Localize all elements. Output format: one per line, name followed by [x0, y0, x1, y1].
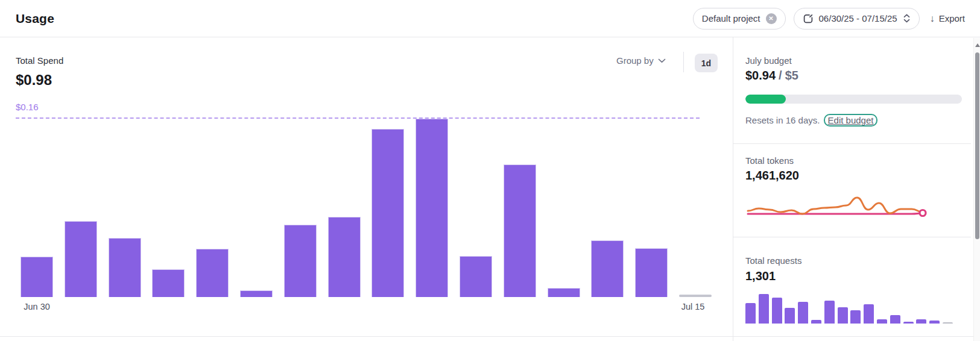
spend-bar-jul-2[interactable] [109, 238, 141, 297]
spend-bar-jul-12[interactable] [548, 288, 580, 297]
vertical-scrollbar[interactable] [973, 38, 980, 341]
spend-bar-jul-10[interactable] [460, 256, 492, 297]
budget-progress-fill [745, 95, 786, 104]
project-filter-label: Default project [702, 13, 760, 23]
requests-bar-jul-8 [850, 310, 861, 324]
total-spend-value: $0.98 [16, 72, 52, 89]
x-axis-label-end: Jul 15 [676, 302, 710, 311]
total-requests-title: Total requests [745, 255, 801, 266]
project-filter-pill[interactable]: Default project ✕ [693, 8, 786, 30]
up-down-chevron-icon [903, 13, 911, 23]
threshold-label: $0.16 [16, 102, 39, 112]
group-by-dropdown[interactable]: Group by [616, 55, 666, 66]
page-title: Usage [16, 11, 54, 26]
tokens-sparkline-chart [747, 195, 929, 227]
spend-bar-jul-9[interactable] [416, 119, 448, 297]
scrollbar-thumb[interactable] [975, 52, 979, 239]
export-label: Export [939, 13, 965, 23]
total-spend-label: Total Spend [16, 55, 63, 66]
budget-spent: $0.94 [745, 69, 776, 82]
panel-divider [733, 37, 733, 341]
spend-bar-jul-4[interactable] [196, 249, 229, 297]
budget-resets-text: Resets in 16 days. Edit budget [745, 114, 877, 127]
budget-title: July budget [745, 55, 792, 66]
tokens-pink-flat-line [748, 213, 923, 214]
requests-bar-jul-9 [864, 304, 874, 324]
header-controls: Default project ✕ 06/30/25 - 07/15/25 ↓ [693, 8, 965, 30]
sidebar-divider-2 [733, 237, 971, 237]
section-divider-bottom [0, 336, 980, 337]
scrollbar-up-arrow-icon[interactable] [975, 43, 980, 47]
group-by-label: Group by [616, 55, 654, 66]
requests-bar-chart [745, 294, 953, 324]
spend-bar-jul-6[interactable] [284, 225, 317, 297]
spend-bar-jul-7[interactable] [328, 217, 361, 297]
budget-value: $0.94/$5 [745, 69, 798, 83]
page-header: Usage Default project ✕ 06/30/25 - 07/15… [0, 0, 980, 37]
requests-bar-jul-10 [877, 319, 887, 324]
requests-bar-jul-2 [772, 298, 782, 324]
requests-bar-jul-14 [929, 321, 940, 324]
budget-limit: $5 [785, 69, 798, 82]
chevron-down-icon [658, 58, 666, 63]
spend-bar-jul-13[interactable] [591, 240, 624, 297]
date-range-label: 06/30/25 - 07/15/25 [819, 13, 897, 23]
requests-bar-jun-30 [745, 303, 756, 324]
spend-bar-jul-5[interactable] [240, 290, 273, 297]
interval-1d-button[interactable]: 1d [695, 54, 718, 72]
requests-bar-jul-13 [916, 319, 926, 324]
requests-bar-jul-15 [943, 322, 953, 324]
calendar-icon [803, 13, 814, 24]
spend-bar-jul-15[interactable] [679, 295, 712, 297]
spend-bar-jun-30[interactable] [21, 257, 53, 297]
requests-bar-jul-6 [824, 301, 835, 324]
requests-bar-jul-7 [838, 307, 848, 324]
tokens-orange-line [748, 198, 923, 214]
requests-bar-jul-5 [811, 320, 821, 324]
spend-bar-jul-8[interactable] [371, 129, 404, 297]
remove-project-filter-icon[interactable]: ✕ [766, 13, 777, 24]
spend-bar-jul-14[interactable] [635, 248, 668, 297]
total-tokens-title: Total tokens [745, 155, 794, 166]
total-tokens-value: 1,461,620 [745, 169, 799, 183]
download-arrow-icon: ↓ [930, 13, 935, 24]
x-axis-label-start: Jun 30 [20, 302, 54, 311]
requests-bar-jul-4 [798, 302, 808, 324]
edit-budget-link[interactable]: Edit budget [824, 114, 878, 127]
requests-bar-jul-1 [759, 294, 769, 324]
toolbar-divider [683, 52, 684, 72]
spend-bar-chart [21, 119, 712, 297]
total-requests-value: 1,301 [745, 269, 776, 283]
budget-separator: / [779, 69, 782, 82]
spend-bar-jul-1[interactable] [65, 221, 97, 297]
date-range-pill[interactable]: 06/30/25 - 07/15/25 [794, 8, 920, 30]
spend-bar-jul-11[interactable] [504, 164, 536, 297]
export-button[interactable]: ↓ Export [930, 13, 965, 24]
spend-bar-jul-3[interactable] [152, 269, 185, 297]
requests-bar-jul-11 [890, 315, 900, 324]
sparkline-end-marker [920, 210, 926, 216]
requests-bar-jul-12 [903, 322, 914, 324]
requests-bar-jul-3 [785, 308, 795, 324]
sidebar-divider-1 [733, 143, 971, 144]
budget-progress-bar [745, 95, 962, 104]
tokens-sparkline-svg [747, 195, 929, 227]
